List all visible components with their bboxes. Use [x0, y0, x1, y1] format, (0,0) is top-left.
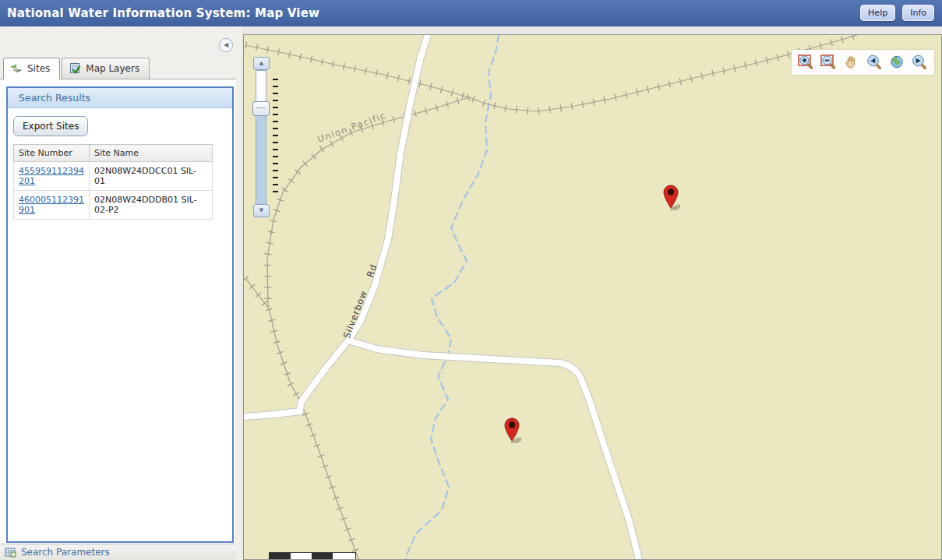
zoom-out-arrow-button[interactable]: ▼: [253, 204, 270, 217]
site-marker[interactable]: [662, 184, 680, 210]
down-arrow-icon: ▼: [259, 207, 263, 213]
sites-icon: [10, 62, 23, 75]
map-panel: Union Pacific Silverbow Rd ▲ ▼: [243, 34, 942, 560]
tab-label: Sites: [27, 63, 50, 74]
railroad-lines: [245, 35, 857, 560]
search-parameters-icon: [5, 548, 16, 558]
zoom-slider-track[interactable]: [256, 70, 266, 205]
scale-bar: [269, 552, 356, 560]
search-parameters-accordion[interactable]: Search Parameters: [0, 544, 235, 560]
table-row: 455959112394201 02N08W24DDCC01 SIL-01: [14, 162, 213, 191]
help-button[interactable]: Help: [860, 5, 895, 21]
zoom-previous-icon[interactable]: [866, 54, 883, 71]
sites-tab-pane: Search Results Export Sites Site Number …: [0, 79, 235, 544]
sidebar: ◀ Sites: [0, 26, 242, 560]
road-casings: [244, 35, 639, 560]
map-layers-icon: [69, 62, 81, 75]
zoom-next-icon[interactable]: [911, 54, 928, 71]
chevron-left-icon: ◀: [224, 41, 228, 48]
site-number-link[interactable]: 460005112391901: [19, 195, 84, 215]
map-toolbar: [792, 50, 934, 75]
zoom-in-rectangle-icon[interactable]: [798, 54, 815, 71]
collapse-sidebar-button[interactable]: ◀: [219, 38, 233, 52]
table-row: 460005112391901 02N08W24DDDB01 SIL-02-P2: [14, 191, 213, 220]
accordion-label: Search Parameters: [21, 547, 110, 558]
table-header-row: Site Number Site Name: [14, 145, 213, 162]
stream-line: [406, 35, 499, 560]
tab-label: Map Layers: [86, 63, 139, 74]
zoom-slider-ticks: [273, 79, 278, 198]
page-title: National Water Information System: Map V…: [0, 6, 319, 20]
site-name-cell: 02N08W24DDDB01 SIL-02-P2: [90, 191, 213, 220]
pan-hand-icon[interactable]: [843, 54, 860, 71]
road-fills: [244, 35, 639, 560]
search-results-panel: Search Results Export Sites Site Number …: [6, 86, 234, 543]
info-button[interactable]: Info: [902, 5, 934, 21]
tab-map-layers[interactable]: Map Layers: [62, 58, 150, 79]
zoom-slider: ▲ ▼: [252, 57, 278, 219]
site-name-cell: 02N08W24DDCC01 SIL-01: [90, 162, 213, 191]
up-arrow-icon: ▲: [259, 60, 263, 66]
sidebar-tabs: Sites Map Layers: [3, 58, 150, 79]
zoom-out-rectangle-icon[interactable]: [820, 54, 838, 71]
sites-table: Site Number Site Name 455959112394201 02…: [13, 144, 213, 220]
column-header-site-number[interactable]: Site Number: [14, 145, 90, 162]
export-sites-button[interactable]: Export Sites: [13, 116, 88, 136]
tab-sites[interactable]: Sites: [3, 58, 60, 79]
full-extent-globe-icon[interactable]: [888, 54, 905, 71]
zoom-in-arrow-button[interactable]: ▲: [253, 57, 270, 70]
site-number-link[interactable]: 455959112394201: [19, 166, 84, 186]
railroad-label: Union Pacific: [316, 110, 388, 145]
site-marker[interactable]: [503, 417, 521, 443]
zoom-slider-thumb[interactable]: [252, 101, 270, 116]
content-area: ◀ Sites: [0, 26, 942, 560]
column-header-site-name[interactable]: Site Name: [90, 145, 213, 162]
search-results-header: Search Results: [8, 88, 232, 108]
app-header: National Water Information System: Map V…: [0, 0, 942, 27]
map-canvas[interactable]: Union Pacific Silverbow Rd: [244, 35, 942, 560]
